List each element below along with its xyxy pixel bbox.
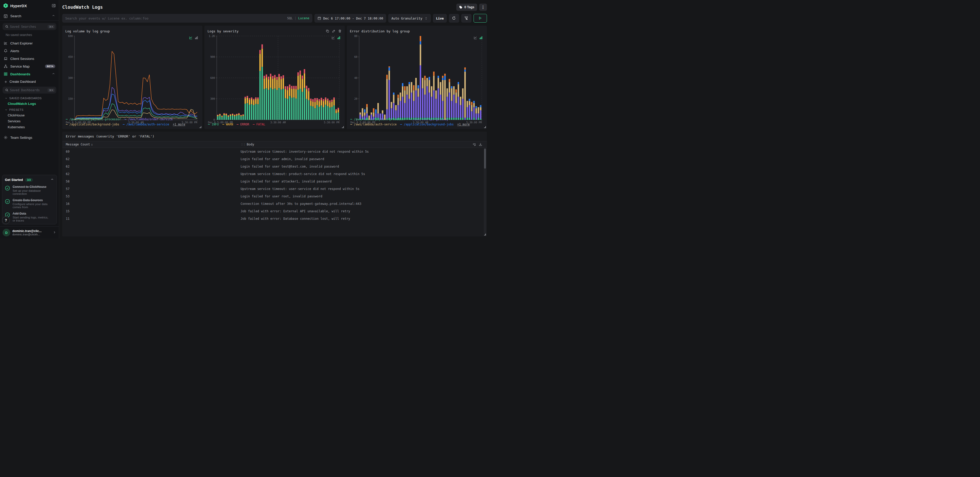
create-dashboard-button[interactable]: Create Dashboard <box>0 78 59 84</box>
download-icon[interactable] <box>479 143 482 146</box>
user-name: dominic.tran@clic... <box>12 229 41 233</box>
sidebar-item-kubernetes[interactable]: Kubernetes <box>0 124 59 130</box>
message-count: 53 <box>62 194 241 198</box>
chevron-updown-icon <box>425 17 428 20</box>
table-row[interactable]: 15Job failed with error: External API un… <box>62 207 487 215</box>
saved-searches-input[interactable] <box>10 25 46 29</box>
bar-chart-toggle-icon[interactable] <box>195 36 198 40</box>
chart-type-toggle <box>331 36 340 40</box>
saved-dashboards-section[interactable]: SAVED DASHBOARDS <box>0 95 59 101</box>
help-button[interactable]: ? <box>2 216 10 224</box>
chevron-up-icon[interactable] <box>52 14 55 18</box>
chart-plot[interactable]: 03006009001.2KDec 6 5:00:00 PM3:30:00 AM… <box>207 34 341 121</box>
drag-handle-icon[interactable]: ⋮⋮ <box>241 143 245 146</box>
get-started-step[interactable]: Connect to ClickHouse Set up your databa… <box>5 185 54 195</box>
resize-handle[interactable] <box>342 126 344 128</box>
edit-icon[interactable] <box>332 29 336 33</box>
sidebar-item-service-map[interactable]: Service Map BETA <box>0 62 59 70</box>
granularity-select[interactable]: Auto Granularity <box>388 14 431 22</box>
svg-text:0: 0 <box>356 118 357 121</box>
table-row[interactable]: 57Upstream service timeout: user-service… <box>62 185 487 192</box>
run-query-button[interactable] <box>474 14 487 22</box>
sidebar-item-dashboards[interactable]: Dashboards <box>0 70 59 78</box>
table-row[interactable]: 62Login failed for user admin, invalid p… <box>62 155 487 163</box>
bar-chart-toggle-icon[interactable] <box>479 36 483 40</box>
sort-desc-icon: ↓ <box>91 143 93 146</box>
sidebar-item-label: Alerts <box>10 49 19 53</box>
user-menu[interactable]: D dominic.tran@clic... dominic.tran@clic… <box>0 226 59 238</box>
sidebar-item-client-sessions[interactable]: Client Sessions <box>0 55 59 62</box>
lucene-toggle[interactable]: Lucene <box>298 16 309 20</box>
table-row[interactable]: 62Login failed for user test@test.com, i… <box>62 163 487 170</box>
presets-section[interactable]: PRESETS <box>0 107 59 112</box>
page-title: CloudWatch Logs <box>62 5 103 10</box>
get-started-step[interactable]: Add Data Start sending logs, metrics, or… <box>5 212 54 222</box>
shortcut-badge: ⌘K <box>48 25 55 29</box>
brand-name: HyperDX <box>10 3 27 8</box>
get-started-step[interactable]: Create Data Sources Configure where your… <box>5 199 54 209</box>
svg-text:300: 300 <box>210 97 215 100</box>
dashboards-icon <box>3 72 8 76</box>
chart-card-error-distribution: Error distribution by log group 02040608… <box>347 26 487 129</box>
line-chart-toggle-icon[interactable] <box>189 36 192 40</box>
saved-searches-box[interactable]: ⌘K <box>3 23 56 30</box>
saved-dashboards-input[interactable] <box>10 88 46 92</box>
svg-text:300: 300 <box>68 76 73 80</box>
tags-button[interactable]: 0 Tags <box>456 3 477 11</box>
main-content: CloudWatch Logs 0 Tags ⋮ SQL | Lucene <box>59 0 490 238</box>
create-dashboard-label: Create Dashboard <box>10 80 36 84</box>
table-row[interactable]: 58Login failed for user attacker1, inval… <box>62 178 487 185</box>
sql-toggle[interactable]: SQL <box>287 16 293 20</box>
refresh-button[interactable] <box>449 14 459 22</box>
column-header-body[interactable]: ⋮⋮ Body <box>241 143 473 146</box>
duplicate-icon[interactable] <box>326 29 329 33</box>
chart-card-logs-by-severity: Logs by severity <box>204 26 345 129</box>
sidebar-item-clickhouse[interactable]: ClickHouse <box>0 112 59 118</box>
chevron-up-icon[interactable] <box>52 72 55 76</box>
language-toggle: SQL | Lucene <box>287 16 309 20</box>
chart-plot[interactable]: 0150300450600Dec 6 5:00:00 PM3:30:00 AM5… <box>65 34 199 116</box>
table-scrollbar[interactable] <box>484 148 486 235</box>
sidebar-item-alerts[interactable]: Alerts <box>0 47 59 55</box>
live-button[interactable]: Live <box>433 14 447 22</box>
sidebar-item-search[interactable]: Search <box>0 12 59 21</box>
sidebar-item-services[interactable]: Services <box>0 118 59 124</box>
bar-chart-toggle-icon[interactable] <box>337 36 340 40</box>
step-desc: Start sending logs, metrics, or traces <box>13 216 51 222</box>
filter-button[interactable] <box>461 14 471 22</box>
get-started-title: Get Started <box>5 178 23 182</box>
sidebar-item-cloudwatch-logs[interactable]: CloudWatch Logs <box>0 101 59 107</box>
delete-icon[interactable] <box>338 29 342 33</box>
bell-icon <box>3 49 8 53</box>
resize-handle[interactable] <box>199 126 201 128</box>
table-row[interactable]: 16Connection timeout after 30s to paymen… <box>62 200 487 207</box>
sidebar-item-team-settings[interactable]: Team Settings <box>0 134 59 142</box>
line-chart-toggle-icon[interactable] <box>474 36 477 40</box>
collapse-sidebar-icon[interactable] <box>52 3 56 8</box>
event-search-box[interactable]: SQL | Lucene <box>62 14 312 22</box>
plus-icon <box>4 80 8 84</box>
svg-text:5:30:00 PM: 5:30:00 PM <box>466 121 482 124</box>
table-row[interactable]: 69Upstream service timeout: inventory-se… <box>62 148 487 155</box>
wrap-text-icon[interactable] <box>473 143 476 146</box>
check-circle-icon <box>5 199 10 204</box>
column-header-count[interactable]: Message Count ↓ <box>62 143 241 146</box>
message-body: Job failed with error: External API unav… <box>241 210 487 213</box>
svg-text:5:30:00 PM: 5:30:00 PM <box>182 121 197 124</box>
chevron-up-icon[interactable] <box>50 178 54 182</box>
event-search-input[interactable] <box>65 16 285 20</box>
table-row[interactable]: 53Login failed for user root, invalid pa… <box>62 192 487 200</box>
date-range-button[interactable]: Dec 6 17:00:00 - Dec 7 18:00:00 <box>314 14 386 22</box>
resize-handle[interactable] <box>484 234 486 235</box>
saved-dashboards-box[interactable]: ⌘K <box>3 87 56 94</box>
chart-plot[interactable]: 020406080Dec 6 5:00:00 PM3:30:00 AM5:30:… <box>350 34 484 116</box>
line-chart-toggle-icon[interactable] <box>331 36 335 40</box>
table-row[interactable]: 62Upstream service timeout: product-serv… <box>62 170 487 178</box>
user-email: dominic.tran@clickh... <box>12 233 41 236</box>
dashboard-menu-button[interactable]: ⋮ <box>479 3 487 11</box>
table-row[interactable]: 11Job failed with error: Database connec… <box>62 215 487 222</box>
resize-handle[interactable] <box>484 126 486 128</box>
sidebar-item-chart-explorer[interactable]: Chart Explorer <box>0 39 59 47</box>
message-count: 57 <box>62 187 241 191</box>
scrollbar-thumb[interactable] <box>484 149 486 169</box>
